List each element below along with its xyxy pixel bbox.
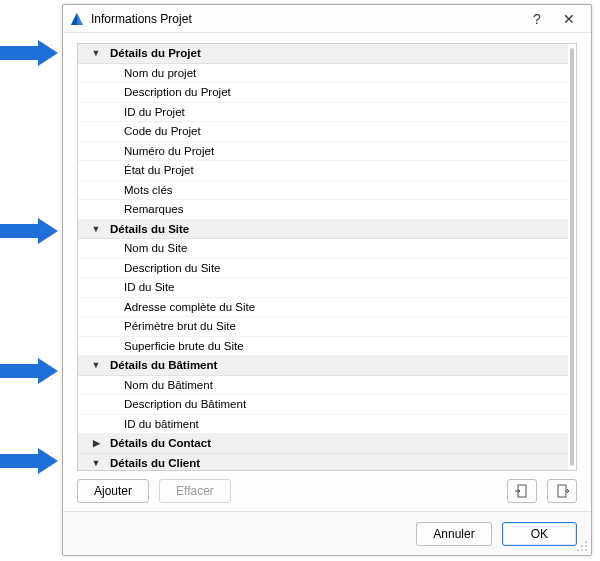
pointer-arrow xyxy=(0,40,60,66)
titlebar: Informations Projet ? ✕ xyxy=(63,5,591,33)
tree-item[interactable]: Description du Bâtiment xyxy=(78,395,568,415)
tree-item[interactable]: Périmètre brut du Site xyxy=(78,317,568,337)
svg-point-2 xyxy=(585,541,587,543)
group-site-details[interactable]: ▼Détails du Site xyxy=(78,220,568,240)
tree-item[interactable]: Nom du Site xyxy=(78,239,568,259)
app-icon xyxy=(69,11,85,27)
clear-button[interactable]: Effacer xyxy=(159,479,231,503)
chevron-down-icon[interactable]: ▼ xyxy=(90,44,102,63)
toolbar: Ajouter Effacer xyxy=(77,477,577,505)
tree-item[interactable]: Description du Site xyxy=(78,259,568,279)
tree-item[interactable]: Remarques xyxy=(78,200,568,220)
tree-item[interactable]: Nom du Bâtiment xyxy=(78,376,568,396)
vertical-scrollbar[interactable] xyxy=(570,48,574,466)
help-button[interactable]: ? xyxy=(521,8,553,30)
tree-item[interactable]: État du Projet xyxy=(78,161,568,181)
tree-item[interactable]: ID du Site xyxy=(78,278,568,298)
ok-button[interactable]: OK xyxy=(502,522,577,546)
svg-rect-1 xyxy=(558,485,566,497)
tree-item[interactable]: Mots clés xyxy=(78,181,568,201)
export-button[interactable] xyxy=(547,479,577,503)
svg-rect-0 xyxy=(518,485,526,497)
add-button[interactable]: Ajouter xyxy=(77,479,149,503)
tree-item[interactable]: ID du Projet xyxy=(78,103,568,123)
project-info-dialog: Informations Projet ? ✕ ▼Détails du Proj… xyxy=(62,4,592,556)
import-icon xyxy=(514,483,530,499)
pointer-arrow xyxy=(0,358,60,384)
dialog-footer: Annuler OK xyxy=(63,511,591,555)
svg-point-3 xyxy=(581,545,583,547)
tree-item[interactable]: Description du Projet xyxy=(78,83,568,103)
tree-item[interactable]: Nom du projet xyxy=(78,64,568,84)
group-client-details[interactable]: ▼Détails du Client xyxy=(78,454,568,471)
import-button[interactable] xyxy=(507,479,537,503)
tree-item[interactable]: ID du bâtiment xyxy=(78,415,568,435)
export-icon xyxy=(554,483,570,499)
resize-grip-icon[interactable] xyxy=(576,540,588,552)
cancel-button[interactable]: Annuler xyxy=(416,522,491,546)
chevron-down-icon[interactable]: ▼ xyxy=(90,356,102,375)
svg-point-5 xyxy=(577,549,579,551)
group-project-details[interactable]: ▼Détails du Projet xyxy=(78,44,568,64)
pointer-arrow xyxy=(0,218,60,244)
tree-item[interactable]: Adresse complète du Site xyxy=(78,298,568,318)
svg-point-4 xyxy=(585,545,587,547)
tree-item[interactable]: Numéro du Projet xyxy=(78,142,568,162)
chevron-right-icon[interactable]: ▶ xyxy=(90,434,102,453)
tree-panel: ▼Détails du Projet Nom du projet Descrip… xyxy=(77,43,577,471)
group-building-details[interactable]: ▼Détails du Bâtiment xyxy=(78,356,568,376)
chevron-down-icon[interactable]: ▼ xyxy=(90,454,102,470)
chevron-down-icon[interactable]: ▼ xyxy=(90,220,102,239)
property-tree[interactable]: ▼Détails du Projet Nom du projet Descrip… xyxy=(78,44,568,470)
svg-point-7 xyxy=(585,549,587,551)
group-contact-details[interactable]: ▶Détails du Contact xyxy=(78,434,568,454)
pointer-arrow xyxy=(0,448,60,474)
window-title: Informations Projet xyxy=(91,12,521,26)
tree-item[interactable]: Code du Projet xyxy=(78,122,568,142)
tree-item[interactable]: Superficie brute du Site xyxy=(78,337,568,357)
close-button[interactable]: ✕ xyxy=(553,8,585,30)
svg-point-6 xyxy=(581,549,583,551)
